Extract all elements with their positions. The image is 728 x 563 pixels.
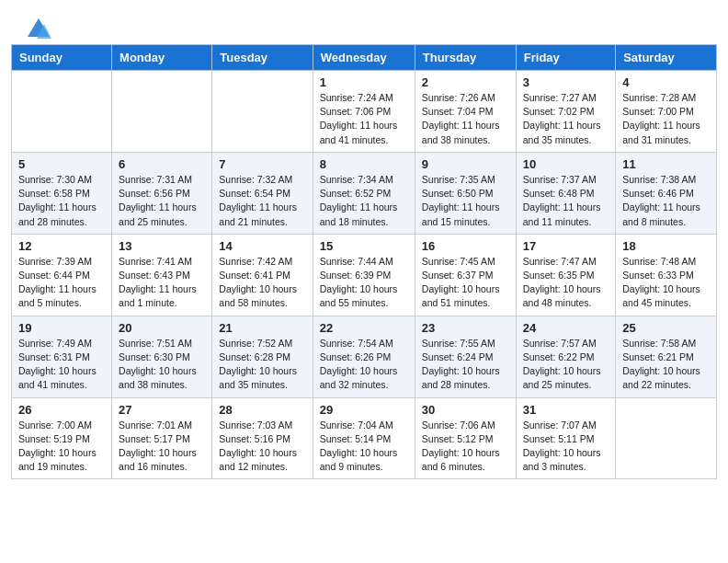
week-row: 26Sunrise: 7:00 AM Sunset: 5:19 PM Dayli… (12, 397, 717, 479)
calendar-cell: 31Sunrise: 7:07 AM Sunset: 5:11 PM Dayli… (516, 397, 615, 479)
col-header-thursday: Thursday (415, 45, 516, 71)
cell-info: Sunrise: 7:58 AM Sunset: 6:21 PM Dayligh… (622, 337, 710, 393)
cell-info: Sunrise: 7:47 AM Sunset: 6:35 PM Dayligh… (523, 255, 609, 311)
day-number: 31 (523, 403, 609, 417)
day-number: 28 (219, 403, 305, 417)
day-number: 23 (422, 321, 509, 335)
col-header-saturday: Saturday (616, 45, 717, 71)
cell-info: Sunrise: 7:35 AM Sunset: 6:50 PM Dayligh… (422, 173, 509, 229)
calendar-cell: 6Sunrise: 7:31 AM Sunset: 6:56 PM Daylig… (112, 152, 212, 234)
calendar-cell (112, 71, 212, 153)
cell-info: Sunrise: 7:42 AM Sunset: 6:41 PM Dayligh… (219, 255, 305, 311)
calendar-cell: 29Sunrise: 7:04 AM Sunset: 5:14 PM Dayli… (313, 397, 415, 479)
day-number: 12 (18, 239, 105, 253)
cell-info: Sunrise: 7:39 AM Sunset: 6:44 PM Dayligh… (18, 255, 105, 311)
calendar-cell: 26Sunrise: 7:00 AM Sunset: 5:19 PM Dayli… (12, 397, 112, 479)
calendar-cell: 9Sunrise: 7:35 AM Sunset: 6:50 PM Daylig… (415, 152, 516, 234)
col-header-friday: Friday (516, 45, 615, 71)
cell-info: Sunrise: 7:03 AM Sunset: 5:16 PM Dayligh… (219, 419, 305, 475)
day-number: 14 (219, 239, 305, 253)
calendar-cell: 24Sunrise: 7:57 AM Sunset: 6:22 PM Dayli… (516, 316, 615, 397)
cell-info: Sunrise: 7:34 AM Sunset: 6:52 PM Dayligh… (320, 173, 408, 229)
day-number: 17 (523, 239, 609, 253)
cell-info: Sunrise: 7:41 AM Sunset: 6:43 PM Dayligh… (119, 255, 205, 311)
day-number: 5 (18, 157, 105, 171)
day-number: 16 (422, 239, 509, 253)
calendar-cell (12, 71, 112, 153)
cell-info: Sunrise: 7:57 AM Sunset: 6:22 PM Dayligh… (523, 337, 609, 393)
calendar-cell: 14Sunrise: 7:42 AM Sunset: 6:41 PM Dayli… (212, 234, 313, 316)
calendar-cell: 12Sunrise: 7:39 AM Sunset: 6:44 PM Dayli… (12, 234, 112, 316)
calendar-cell: 22Sunrise: 7:54 AM Sunset: 6:26 PM Dayli… (313, 316, 415, 397)
cell-info: Sunrise: 7:31 AM Sunset: 6:56 PM Dayligh… (119, 173, 205, 229)
calendar-cell: 27Sunrise: 7:01 AM Sunset: 5:17 PM Dayli… (112, 397, 212, 479)
cell-info: Sunrise: 7:45 AM Sunset: 6:37 PM Dayligh… (422, 255, 509, 311)
day-number: 20 (119, 321, 205, 335)
cell-info: Sunrise: 7:04 AM Sunset: 5:14 PM Dayligh… (320, 419, 408, 475)
cell-info: Sunrise: 7:28 AM Sunset: 7:00 PM Dayligh… (622, 91, 710, 147)
cell-info: Sunrise: 7:26 AM Sunset: 7:04 PM Dayligh… (422, 91, 509, 147)
calendar-cell: 13Sunrise: 7:41 AM Sunset: 6:43 PM Dayli… (112, 234, 212, 316)
calendar-cell (212, 71, 313, 153)
cell-info: Sunrise: 7:01 AM Sunset: 5:17 PM Dayligh… (119, 419, 205, 475)
calendar-cell: 8Sunrise: 7:34 AM Sunset: 6:52 PM Daylig… (313, 152, 415, 234)
day-number: 27 (119, 403, 205, 417)
col-header-monday: Monday (112, 45, 212, 71)
cell-info: Sunrise: 7:24 AM Sunset: 7:06 PM Dayligh… (320, 91, 408, 147)
week-row: 12Sunrise: 7:39 AM Sunset: 6:44 PM Dayli… (12, 234, 717, 316)
cell-info: Sunrise: 7:32 AM Sunset: 6:54 PM Dayligh… (219, 173, 305, 229)
day-number: 7 (219, 157, 305, 171)
cell-info: Sunrise: 7:37 AM Sunset: 6:48 PM Dayligh… (523, 173, 609, 229)
calendar-cell: 28Sunrise: 7:03 AM Sunset: 5:16 PM Dayli… (212, 397, 313, 479)
day-number: 3 (523, 75, 609, 89)
calendar-cell: 16Sunrise: 7:45 AM Sunset: 6:37 PM Dayli… (415, 234, 516, 316)
calendar-cell: 11Sunrise: 7:38 AM Sunset: 6:46 PM Dayli… (616, 152, 717, 234)
cell-info: Sunrise: 7:07 AM Sunset: 5:11 PM Dayligh… (523, 419, 609, 475)
day-number: 8 (320, 157, 408, 171)
day-number: 9 (422, 157, 509, 171)
day-number: 19 (18, 321, 105, 335)
week-row: 19Sunrise: 7:49 AM Sunset: 6:31 PM Dayli… (12, 316, 717, 397)
cell-info: Sunrise: 7:00 AM Sunset: 5:19 PM Dayligh… (18, 419, 105, 475)
day-number: 1 (320, 75, 408, 89)
calendar-cell: 19Sunrise: 7:49 AM Sunset: 6:31 PM Dayli… (12, 316, 112, 397)
day-number: 25 (622, 321, 710, 335)
day-number: 4 (622, 75, 710, 89)
header (0, 0, 728, 44)
calendar-cell: 25Sunrise: 7:58 AM Sunset: 6:21 PM Dayli… (616, 316, 717, 397)
cell-info: Sunrise: 7:44 AM Sunset: 6:39 PM Dayligh… (320, 255, 408, 311)
calendar-cell: 20Sunrise: 7:51 AM Sunset: 6:30 PM Dayli… (112, 316, 212, 397)
logo (22, 17, 51, 37)
calendar-cell: 21Sunrise: 7:52 AM Sunset: 6:28 PM Dayli… (212, 316, 313, 397)
cell-info: Sunrise: 7:38 AM Sunset: 6:46 PM Dayligh… (622, 173, 710, 229)
calendar-cell: 7Sunrise: 7:32 AM Sunset: 6:54 PM Daylig… (212, 152, 313, 234)
cell-info: Sunrise: 7:27 AM Sunset: 7:02 PM Dayligh… (523, 91, 609, 147)
week-row: 1Sunrise: 7:24 AM Sunset: 7:06 PM Daylig… (12, 71, 717, 153)
cell-info: Sunrise: 7:48 AM Sunset: 6:33 PM Dayligh… (622, 255, 710, 311)
day-number: 11 (622, 157, 710, 171)
day-number: 15 (320, 239, 408, 253)
day-number: 13 (119, 239, 205, 253)
calendar-cell: 30Sunrise: 7:06 AM Sunset: 5:12 PM Dayli… (415, 397, 516, 479)
calendar: SundayMondayTuesdayWednesdayThursdayFrid… (11, 44, 717, 479)
calendar-cell: 23Sunrise: 7:55 AM Sunset: 6:24 PM Dayli… (415, 316, 516, 397)
week-row: 5Sunrise: 7:30 AM Sunset: 6:58 PM Daylig… (12, 152, 717, 234)
day-number: 29 (320, 403, 408, 417)
day-number: 21 (219, 321, 305, 335)
logo-icon (26, 17, 51, 42)
calendar-cell: 3Sunrise: 7:27 AM Sunset: 7:02 PM Daylig… (516, 71, 615, 153)
calendar-cell: 15Sunrise: 7:44 AM Sunset: 6:39 PM Dayli… (313, 234, 415, 316)
calendar-cell: 10Sunrise: 7:37 AM Sunset: 6:48 PM Dayli… (516, 152, 615, 234)
day-number: 24 (523, 321, 609, 335)
day-number: 18 (622, 239, 710, 253)
calendar-wrap: SundayMondayTuesdayWednesdayThursdayFrid… (0, 44, 728, 490)
col-header-wednesday: Wednesday (313, 45, 415, 71)
calendar-cell: 2Sunrise: 7:26 AM Sunset: 7:04 PM Daylig… (415, 71, 516, 153)
day-number: 22 (320, 321, 408, 335)
calendar-cell: 18Sunrise: 7:48 AM Sunset: 6:33 PM Dayli… (616, 234, 717, 316)
cell-info: Sunrise: 7:51 AM Sunset: 6:30 PM Dayligh… (119, 337, 205, 393)
calendar-cell: 1Sunrise: 7:24 AM Sunset: 7:06 PM Daylig… (313, 71, 415, 153)
day-number: 30 (422, 403, 509, 417)
cell-info: Sunrise: 7:55 AM Sunset: 6:24 PM Dayligh… (422, 337, 509, 393)
col-header-tuesday: Tuesday (212, 45, 313, 71)
